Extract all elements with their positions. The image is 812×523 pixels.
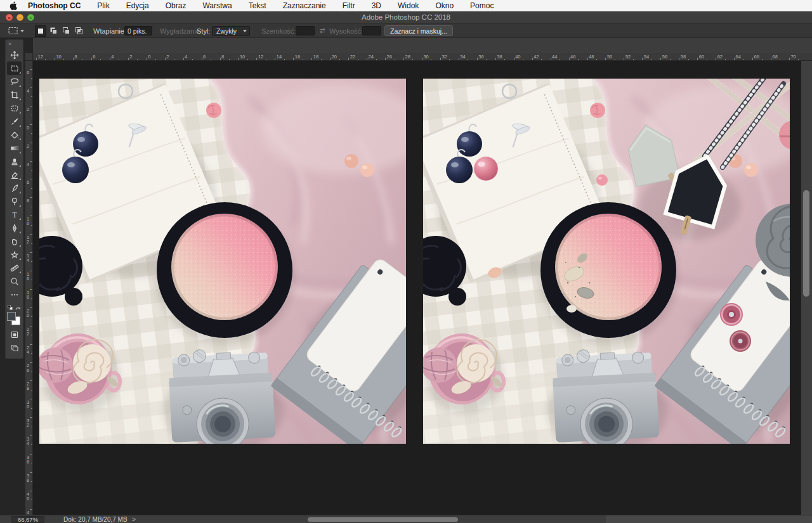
style-dropdown[interactable]: Zwykły bbox=[212, 26, 250, 36]
crop-tool[interactable] bbox=[7, 88, 22, 101]
menu-item-widok[interactable]: Widok bbox=[390, 1, 427, 10]
close-button[interactable]: × bbox=[6, 14, 13, 21]
history-brush-tool[interactable] bbox=[7, 181, 22, 195]
brush-tool[interactable] bbox=[7, 115, 22, 128]
quick-mask-button[interactable] bbox=[7, 328, 22, 341]
zoom-button[interactable]: + bbox=[27, 14, 34, 21]
vertical-scrollbar[interactable] bbox=[801, 61, 812, 515]
default-colors-icon[interactable] bbox=[8, 305, 11, 308]
tools-panel: » T bbox=[5, 39, 23, 359]
status-options-chevron[interactable]: > bbox=[132, 515, 136, 523]
menu-items: PlikEdycjaObrazWarstwaTekstZaznaczanieFi… bbox=[89, 1, 502, 10]
select-and-mask-button[interactable]: Zaznacz i maskuj... bbox=[384, 25, 453, 36]
zoom-tool[interactable] bbox=[7, 274, 22, 288]
width-input[interactable] bbox=[296, 26, 315, 36]
eraser-tool[interactable] bbox=[7, 168, 22, 181]
menu-item-obraz[interactable]: Obraz bbox=[157, 1, 195, 10]
window-title: Adobe Photoshop CC 2018 bbox=[0, 11, 812, 23]
document-frame-strip bbox=[0, 38, 812, 53]
swap-width-height-icon[interactable] bbox=[318, 23, 327, 38]
style-label: Styl: bbox=[197, 27, 210, 35]
foreground-color-swatch[interactable] bbox=[7, 312, 16, 321]
height-input[interactable] bbox=[362, 26, 381, 36]
feather-label: Wtapianie: bbox=[93, 27, 126, 35]
new-selection-button[interactable] bbox=[35, 25, 46, 37]
window-title-bar: Adobe Photoshop CC 2018 × − + bbox=[0, 11, 812, 23]
canvas-image-left[interactable] bbox=[39, 79, 406, 444]
options-bar: Wtapianie: 0 piks. Wygładzanie Styl: Zwy… bbox=[0, 23, 812, 38]
menu-item-plik[interactable]: Plik bbox=[89, 1, 117, 10]
selection-mode-buttons bbox=[35, 23, 86, 38]
paint-bucket-tool[interactable] bbox=[7, 128, 22, 141]
width-label: Szerokość: bbox=[261, 27, 296, 35]
document-size-info: Dok: 20,7 MB/20,7 MB bbox=[63, 515, 128, 523]
menu-item-edycja[interactable]: Edycja bbox=[118, 1, 157, 10]
screen-mode-button[interactable] bbox=[7, 341, 22, 354]
clone-stamp-tool[interactable] bbox=[7, 155, 22, 168]
pasteboard[interactable] bbox=[33, 61, 812, 515]
lasso-tool[interactable] bbox=[7, 75, 22, 88]
minimize-button[interactable]: − bbox=[16, 14, 23, 21]
tool-preset-picker[interactable] bbox=[8, 23, 24, 38]
feather-input[interactable]: 0 piks. bbox=[124, 26, 152, 36]
add-to-selection-button[interactable] bbox=[48, 25, 59, 37]
height-label: Wysokość: bbox=[329, 27, 363, 35]
ruler-origin-corner[interactable] bbox=[25, 53, 33, 61]
apple-menu-icon[interactable] bbox=[9, 1, 17, 10]
status-bar: 66,67% Dok: 20,7 MB/20,7 MB > bbox=[0, 515, 812, 523]
zoom-level-field[interactable]: 66,67% bbox=[11, 516, 44, 523]
ruler-vertical[interactable]: 642024681 01 21 41 61 82 02 22 42 62 83 … bbox=[25, 61, 33, 515]
horizontal-scrollbar-thumb[interactable] bbox=[308, 517, 458, 522]
shape-tool[interactable] bbox=[7, 248, 22, 261]
healing-brush-tool[interactable] bbox=[7, 101, 22, 115]
menu-item-okno[interactable]: Okno bbox=[427, 1, 462, 10]
chevron-down-icon bbox=[243, 30, 247, 32]
intersect-selection-button[interactable] bbox=[73, 25, 84, 37]
hand-tool[interactable] bbox=[7, 235, 22, 248]
type-tool[interactable]: T bbox=[7, 208, 22, 221]
menu-bar: Photoshop CC PlikEdycjaObrazWarstwaTekst… bbox=[0, 0, 812, 11]
menu-app-name[interactable]: Photoshop CC bbox=[20, 1, 89, 10]
subtract-from-selection-button[interactable] bbox=[60, 25, 72, 37]
dodge-tool[interactable] bbox=[7, 195, 22, 208]
ruler-tool[interactable] bbox=[7, 261, 22, 274]
menu-item-warstwa[interactable]: Warstwa bbox=[194, 1, 240, 10]
menu-item-pomoc[interactable]: Pomoc bbox=[462, 1, 502, 10]
photoshop-app: Photoshop CC PlikEdycjaObrazWarstwaTekst… bbox=[0, 0, 812, 523]
menu-item-zaznaczanie[interactable]: Zaznaczanie bbox=[275, 1, 334, 10]
rectangular-marquee-tool[interactable] bbox=[7, 61, 22, 75]
move-tool[interactable] bbox=[7, 48, 22, 61]
toolbar-tools: T bbox=[6, 48, 23, 301]
svg-text:T: T bbox=[12, 211, 16, 219]
vertical-scrollbar-thumb[interactable] bbox=[803, 190, 809, 297]
more-options[interactable] bbox=[7, 288, 22, 301]
canvas-image-right[interactable] bbox=[423, 79, 790, 444]
menu-item-3d[interactable]: 3D bbox=[363, 1, 390, 10]
ruler-horizontal[interactable]: 1210864202468101214161820222426283032343… bbox=[33, 53, 812, 61]
gradient-tool[interactable] bbox=[7, 141, 22, 155]
horizontal-scrollbar-track[interactable] bbox=[606, 515, 812, 523]
menu-item-filtr[interactable]: Filtr bbox=[334, 1, 363, 10]
antialias-label: Wygładzanie bbox=[160, 27, 200, 35]
pen-tool[interactable] bbox=[7, 221, 22, 235]
chevron-down-icon bbox=[20, 30, 24, 32]
menu-item-tekst[interactable]: Tekst bbox=[240, 1, 275, 10]
toolbar-collapse-button[interactable]: » bbox=[6, 40, 23, 48]
